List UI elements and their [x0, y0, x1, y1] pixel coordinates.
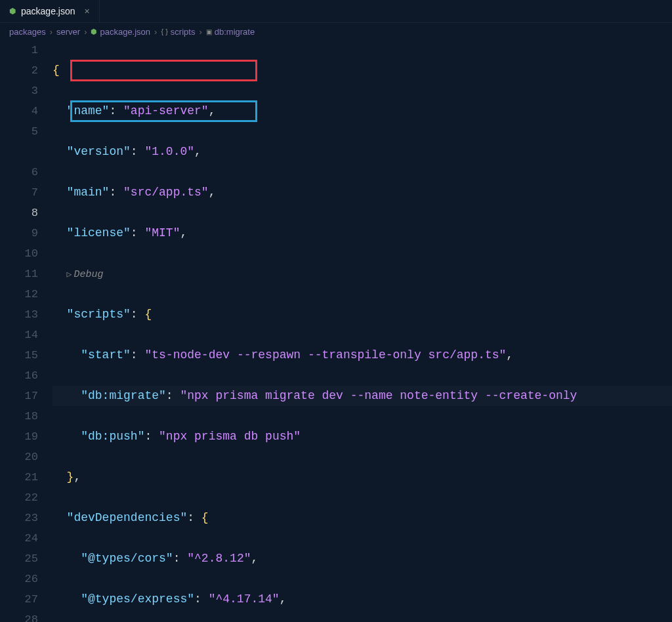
line-number: 14: [0, 325, 38, 345]
line-number: 26: [0, 569, 38, 589]
line-number: 5: [0, 121, 38, 142]
line-number: 13: [0, 304, 38, 325]
line-number: 18: [0, 406, 38, 426]
debug-codelens[interactable]: ▷Debug: [52, 264, 672, 284]
line-number: 6: [0, 162, 38, 182]
line-number-spacer: [0, 142, 38, 162]
line-number: 9: [0, 223, 38, 243]
line-number: 21: [0, 467, 38, 487]
code-line[interactable]: },: [52, 467, 672, 487]
line-number: 27: [0, 589, 38, 610]
line-number: 3: [0, 81, 38, 101]
code-line[interactable]: "scripts": {: [52, 304, 672, 325]
code-line[interactable]: "start": "ts-node-dev --respawn --transp…: [52, 345, 672, 365]
tab-bar: ⬢ package.json ×: [0, 0, 672, 23]
line-number: 24: [0, 528, 38, 549]
line-number: 28: [0, 610, 38, 622]
line-number: 19: [0, 426, 38, 447]
line-number: 20: [0, 447, 38, 467]
line-number-gutter: 1 2 3 4 5 6 7 8 9 10 11 12 13 14 15 16 1…: [0, 40, 52, 622]
chevron-right-icon: ›: [50, 27, 52, 37]
code-line[interactable]: "license": "MIT",: [52, 223, 672, 243]
code-line[interactable]: "version": "1.0.0",: [52, 142, 672, 162]
breadcrumb: packages › server › ⬢ package.json › { }…: [0, 23, 672, 40]
line-number: 12: [0, 284, 38, 304]
code-line[interactable]: "@types/cors": "^2.8.12",: [52, 549, 672, 569]
breadcrumb-item[interactable]: scripts: [171, 27, 196, 37]
line-number: 2: [0, 60, 38, 81]
string-icon: ▣: [206, 28, 212, 35]
code-line[interactable]: "devDependencies": {: [52, 508, 672, 528]
chevron-right-icon: ›: [199, 27, 201, 37]
play-icon: ▷: [67, 270, 72, 280]
line-number: 22: [0, 487, 38, 508]
code-content[interactable]: { "name": "api-server", "version": "1.0.…: [52, 40, 672, 622]
npm-icon: ⬢: [91, 28, 97, 36]
breadcrumb-item[interactable]: server: [56, 27, 80, 37]
line-number: 16: [0, 365, 38, 386]
line-number: 8: [0, 203, 38, 223]
breadcrumb-item[interactable]: packages: [9, 27, 46, 37]
breadcrumb-item[interactable]: package.json: [100, 27, 150, 37]
line-number: 23: [0, 508, 38, 528]
chevron-right-icon: ›: [84, 27, 87, 37]
line-number: 15: [0, 345, 38, 365]
chevron-right-icon: ›: [154, 27, 157, 37]
line-number: 4: [0, 101, 38, 121]
code-line[interactable]: "@types/express": "^4.17.14",: [52, 589, 672, 610]
line-number: 7: [0, 182, 38, 203]
code-editor[interactable]: 1 2 3 4 5 6 7 8 9 10 11 12 13 14 15 16 1…: [0, 40, 672, 622]
breadcrumb-item[interactable]: db:migrate: [215, 27, 255, 37]
line-number: 17: [0, 386, 38, 406]
line-number: 1: [0, 40, 38, 60]
code-line[interactable]: "db:push": "npx prisma db push": [52, 426, 672, 447]
code-line[interactable]: "db:migrate": "npx prisma migrate dev --…: [52, 386, 672, 406]
code-line[interactable]: {: [52, 60, 672, 81]
npm-icon: ⬢: [9, 7, 16, 16]
tab-filename: package.json: [21, 6, 75, 16]
line-number: 10: [0, 243, 38, 264]
close-icon[interactable]: ×: [85, 6, 90, 16]
line-number: 11: [0, 264, 38, 284]
code-line[interactable]: "name": "api-server",: [52, 101, 672, 121]
object-icon: { }: [161, 28, 167, 35]
code-line[interactable]: "main": "src/app.ts",: [52, 182, 672, 203]
tab-package-json[interactable]: ⬢ package.json ×: [0, 0, 100, 22]
line-number: 25: [0, 549, 38, 569]
